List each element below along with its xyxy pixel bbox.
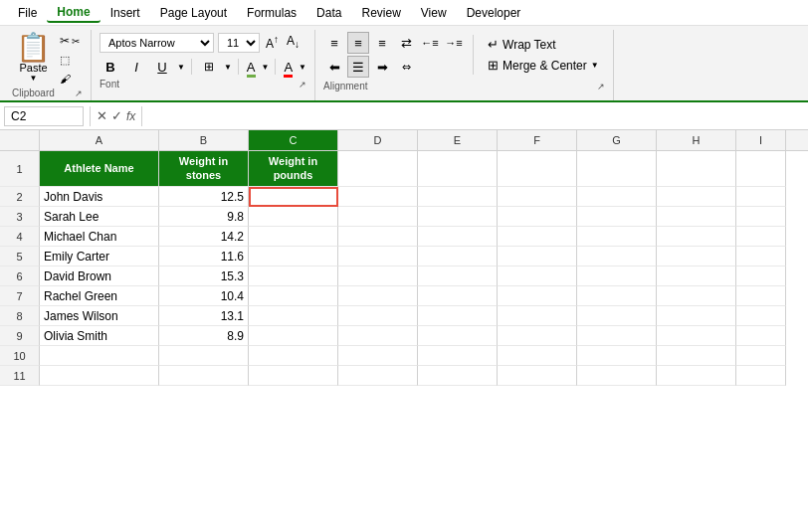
menu-page-layout[interactable]: Page Layout bbox=[150, 4, 237, 22]
cell-e6[interactable] bbox=[418, 266, 498, 286]
menu-review[interactable]: Review bbox=[351, 4, 410, 22]
cut-button[interactable]: ✂✂ bbox=[57, 32, 83, 50]
cell-h1[interactable] bbox=[657, 151, 736, 187]
cell-h5[interactable] bbox=[657, 247, 736, 266]
cell-b1[interactable]: Weight in stones bbox=[159, 151, 249, 187]
cell-g2[interactable] bbox=[577, 187, 657, 207]
cell-i7[interactable] bbox=[736, 286, 786, 306]
col-header-i[interactable]: I bbox=[736, 130, 786, 150]
text-direction-button[interactable]: ⇄ bbox=[395, 32, 417, 54]
cell-g4[interactable] bbox=[577, 227, 657, 247]
cell-b2[interactable]: 12.5 bbox=[159, 187, 249, 207]
menu-file[interactable]: File bbox=[8, 4, 47, 22]
font-expander[interactable]: ↗ bbox=[299, 80, 306, 89]
cell-f1[interactable] bbox=[498, 151, 577, 187]
cell-a8[interactable]: James Wilson bbox=[40, 306, 159, 326]
row-header-4[interactable]: 4 bbox=[0, 227, 40, 247]
cell-a10[interactable] bbox=[40, 346, 159, 366]
format-painter-button[interactable]: 🖌 bbox=[57, 71, 83, 87]
merge-center-button[interactable]: ⊞ Merge & Center ▼ bbox=[482, 56, 605, 75]
cell-h2[interactable] bbox=[657, 187, 736, 207]
menu-data[interactable]: Data bbox=[306, 4, 351, 22]
bold-button[interactable]: B bbox=[100, 56, 121, 78]
cell-b5[interactable]: 11.6 bbox=[159, 247, 249, 266]
cell-i6[interactable] bbox=[736, 266, 786, 286]
cell-a4[interactable]: Michael Chan bbox=[40, 227, 159, 247]
cell-e8[interactable] bbox=[418, 306, 498, 326]
wrap-text-button[interactable]: ↵ Wrap Text bbox=[482, 35, 605, 54]
row-header-2[interactable]: 2 bbox=[0, 187, 40, 207]
underline-dropdown[interactable]: ▼ bbox=[177, 63, 185, 72]
cell-c10[interactable] bbox=[249, 346, 338, 366]
menu-developer[interactable]: Developer bbox=[457, 4, 531, 22]
col-header-g[interactable]: G bbox=[577, 130, 657, 150]
align-right-button[interactable]: ➡ bbox=[371, 56, 393, 78]
cell-d4[interactable] bbox=[338, 227, 418, 247]
cell-a1[interactable]: Athlete Name bbox=[40, 151, 159, 187]
indent-decrease-button[interactable]: ←≡ bbox=[419, 32, 441, 54]
cell-b4[interactable]: 14.2 bbox=[159, 227, 249, 247]
cell-a6[interactable]: David Brown bbox=[40, 266, 159, 286]
cell-c8[interactable] bbox=[249, 306, 338, 326]
cell-c4[interactable] bbox=[249, 227, 338, 247]
row-header-1[interactable]: 1 bbox=[0, 151, 40, 187]
cell-c5[interactable] bbox=[249, 247, 338, 266]
col-header-h[interactable]: H bbox=[657, 130, 736, 150]
cell-i11[interactable] bbox=[736, 366, 786, 386]
cell-a2[interactable]: John Davis bbox=[40, 187, 159, 207]
menu-insert[interactable]: Insert bbox=[101, 4, 150, 22]
function-icon[interactable]: fx bbox=[126, 109, 135, 123]
justify-button[interactable]: ⇔ bbox=[395, 56, 417, 78]
cell-i1[interactable] bbox=[736, 151, 786, 187]
col-header-c[interactable]: C bbox=[249, 130, 338, 150]
menu-view[interactable]: View bbox=[411, 4, 457, 22]
cell-c2[interactable] bbox=[249, 187, 338, 207]
paste-button[interactable]: 📋 Paste ▼ bbox=[12, 32, 55, 87]
row-header-5[interactable]: 5 bbox=[0, 247, 40, 266]
highlight-dropdown[interactable]: ▼ bbox=[262, 63, 270, 72]
cell-e2[interactable] bbox=[418, 187, 498, 207]
cell-e9[interactable] bbox=[418, 326, 498, 346]
menu-formulas[interactable]: Formulas bbox=[237, 4, 306, 22]
cell-c9[interactable] bbox=[249, 326, 338, 346]
align-bottom-button[interactable]: ≡ bbox=[371, 32, 393, 54]
cell-f11[interactable] bbox=[498, 366, 577, 386]
cell-h11[interactable] bbox=[657, 366, 736, 386]
cell-e5[interactable] bbox=[418, 247, 498, 266]
copy-button[interactable]: ⬚ bbox=[57, 52, 83, 69]
align-left-button[interactable]: ⬅ bbox=[323, 56, 345, 78]
cell-f6[interactable] bbox=[498, 266, 577, 286]
cell-e10[interactable] bbox=[418, 346, 498, 366]
cell-i10[interactable] bbox=[736, 346, 786, 366]
cancel-icon[interactable]: ✕ bbox=[97, 108, 107, 123]
cell-c3[interactable] bbox=[249, 207, 338, 227]
cell-f9[interactable] bbox=[498, 326, 577, 346]
borders-button[interactable]: ⊞ bbox=[198, 56, 220, 78]
cell-i8[interactable] bbox=[736, 306, 786, 326]
align-center-button[interactable]: ☰ bbox=[347, 56, 369, 78]
cell-b3[interactable]: 9.8 bbox=[159, 207, 249, 227]
italic-button[interactable]: I bbox=[125, 56, 147, 78]
col-header-e[interactable]: E bbox=[418, 130, 498, 150]
cell-reference-input[interactable] bbox=[4, 106, 84, 126]
cell-i3[interactable] bbox=[736, 207, 786, 227]
cell-d9[interactable] bbox=[338, 326, 418, 346]
increase-font-size-button[interactable]: A↑ bbox=[264, 32, 281, 53]
clipboard-expander[interactable]: ↗ bbox=[75, 89, 83, 98]
cell-a7[interactable]: Rachel Green bbox=[40, 286, 159, 306]
row-header-10[interactable]: 10 bbox=[0, 346, 40, 366]
cell-b10[interactable] bbox=[159, 346, 249, 366]
cell-b11[interactable] bbox=[159, 366, 249, 386]
cell-e11[interactable] bbox=[418, 366, 498, 386]
cell-i2[interactable] bbox=[736, 187, 786, 207]
cell-i5[interactable] bbox=[736, 247, 786, 266]
cell-g7[interactable] bbox=[577, 286, 657, 306]
cell-d11[interactable] bbox=[338, 366, 418, 386]
row-header-8[interactable]: 8 bbox=[0, 306, 40, 326]
cell-i9[interactable] bbox=[736, 326, 786, 346]
row-header-7[interactable]: 7 bbox=[0, 286, 40, 306]
cell-d10[interactable] bbox=[338, 346, 418, 366]
cell-g8[interactable] bbox=[577, 306, 657, 326]
cell-d5[interactable] bbox=[338, 247, 418, 266]
cell-a9[interactable]: Olivia Smith bbox=[40, 326, 159, 346]
